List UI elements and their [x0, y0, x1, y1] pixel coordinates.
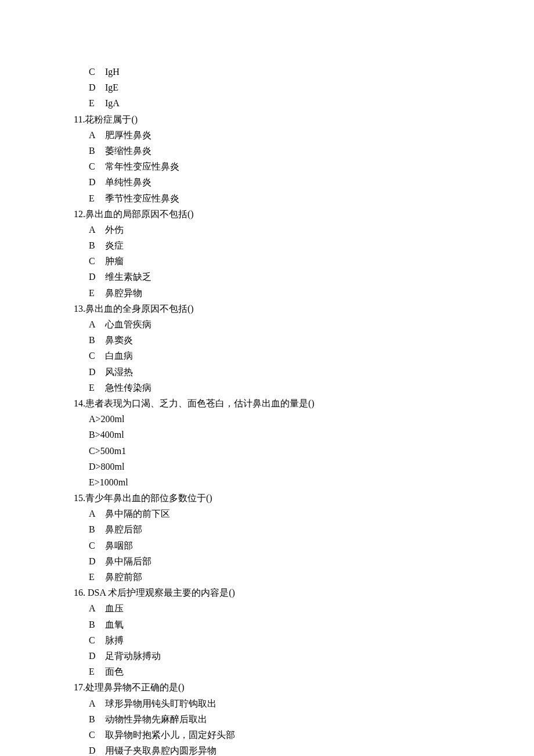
question-stem: 13.鼻出血的全身原因不包括() [74, 301, 534, 316]
option-letter: D [89, 364, 105, 380]
question-number: 13. [74, 304, 85, 314]
option-text: 面色 [105, 667, 124, 676]
option-letter: B [89, 143, 105, 159]
option-letter: B [89, 711, 105, 727]
document-page: CIgHDIgEEIgA 11.花粉症属于()A肥厚性鼻炎B萎缩性鼻炎C常年性变… [0, 0, 534, 756]
option-text: IgH [105, 67, 120, 77]
question-number: 15. [74, 493, 85, 503]
question-number: 16. [74, 588, 85, 597]
question-number: 14. [74, 398, 85, 408]
question-text: 鼻出血的局部原因不包括() [85, 209, 194, 219]
option-letter: A [89, 316, 105, 332]
option-letter: C [89, 64, 105, 80]
option-letter: C [89, 632, 105, 648]
option-row: C>500m1 [74, 443, 534, 459]
option-letter: D [89, 269, 105, 285]
option-text: 脉搏 [105, 635, 124, 645]
option-letter: C [89, 348, 105, 363]
option-text: 鼻腔后部 [105, 524, 142, 534]
option-letter: B [89, 332, 105, 348]
option-text: 急性传染病 [105, 383, 151, 393]
option-letter: E [89, 190, 105, 206]
option-row: D鼻中隔后部 [74, 553, 534, 569]
question-text: 处理鼻异物不正确的是() [85, 682, 185, 692]
option-row: B动物性异物先麻醉后取出 [74, 711, 534, 727]
option-text: 用镊子夹取鼻腔内圆形异物 [105, 746, 217, 755]
option-row: D足背动脉搏动 [74, 648, 534, 664]
option-row: EIgA [74, 95, 534, 111]
pre-options-block: CIgHDIgEEIgA [74, 64, 534, 111]
option-row: D用镊子夹取鼻腔内圆形异物 [74, 743, 534, 756]
option-text: A>200ml [89, 414, 124, 424]
option-letter: A [89, 696, 105, 711]
option-row: A血压 [74, 600, 534, 616]
option-row: E急性传染病 [74, 380, 534, 395]
question-number: 11. [74, 114, 85, 124]
option-text: 足背动脉搏动 [105, 651, 161, 661]
option-text: 肿瘤 [105, 256, 124, 266]
option-row: B鼻窦炎 [74, 332, 534, 348]
option-text: B>400ml [89, 430, 124, 440]
option-letter: E [89, 95, 105, 111]
option-letter: C [89, 159, 105, 174]
option-letter: E [89, 285, 105, 301]
option-text: 心血管疾病 [105, 319, 151, 329]
option-letter: E [89, 664, 105, 679]
question-number: 12. [74, 209, 85, 219]
option-text: 鼻中隔后部 [105, 556, 151, 566]
option-text: 球形异物用钝头盯聍钩取出 [105, 699, 217, 708]
option-text: 白血病 [105, 351, 133, 361]
option-row: E鼻腔前部 [74, 569, 534, 585]
option-text: IgE [105, 82, 118, 92]
option-text: 鼻腔前部 [105, 572, 142, 582]
option-text: 风湿热 [105, 367, 133, 377]
option-letter: A [89, 600, 105, 616]
option-text: 鼻窦炎 [105, 335, 133, 345]
option-text: 鼻咽部 [105, 541, 133, 550]
option-text: IgA [105, 98, 120, 108]
option-row: E>1000ml [74, 474, 534, 490]
option-letter: B [89, 237, 105, 253]
option-row: D维生素缺乏 [74, 269, 534, 285]
option-row: D风湿热 [74, 364, 534, 380]
option-text: 单纯性鼻炎 [105, 177, 151, 187]
option-text: D>800ml [89, 462, 124, 471]
option-text: 肥厚性鼻炎 [105, 130, 151, 140]
option-row: A心血管疾病 [74, 316, 534, 332]
question-text: 鼻出血的全身原因不包括() [85, 304, 194, 314]
option-row: B萎缩性鼻炎 [74, 143, 534, 159]
option-letter: E [89, 569, 105, 585]
option-text: 鼻腔异物 [105, 288, 142, 298]
question-text: 青少年鼻出血的部位多数位于() [85, 493, 212, 503]
option-row: E季节性变应性鼻炎 [74, 190, 534, 206]
option-letter: A [89, 506, 105, 521]
option-text: 炎症 [105, 240, 124, 250]
option-row: A鼻中隔的前下区 [74, 506, 534, 521]
option-text: 外伤 [105, 225, 124, 235]
option-letter: A [89, 222, 105, 237]
option-letter: D [89, 553, 105, 569]
question-stem: 15.青少年鼻出血的部位多数位于() [74, 490, 534, 506]
option-text: 维生素缺乏 [105, 272, 151, 282]
option-row: DIgE [74, 80, 534, 95]
option-letter: E [89, 380, 105, 395]
option-row: E鼻腔异物 [74, 285, 534, 301]
option-text: 鼻中隔的前下区 [105, 509, 170, 519]
option-row: E面色 [74, 664, 534, 679]
question-text: 患者表现为口渴、乏力、面色苍白，估计鼻出血的量是() [85, 398, 315, 408]
question-stem: 16. DSA 术后护理观察最主要的内容是() [74, 585, 534, 600]
option-row: D>800ml [74, 459, 534, 474]
question-text: 花粉症属于() [85, 114, 138, 124]
option-row: B>400ml [74, 427, 534, 442]
option-text: 血压 [105, 603, 124, 613]
question-text: DSA 术后护理观察最主要的内容是() [85, 588, 235, 597]
option-text: 血氧 [105, 620, 124, 629]
option-row: B血氧 [74, 617, 534, 632]
option-text: 动物性异物先麻醉后取出 [105, 714, 207, 724]
option-letter: B [89, 617, 105, 632]
option-row: A球形异物用钝头盯聍钩取出 [74, 696, 534, 711]
question-stem: 12.鼻出血的局部原因不包括() [74, 206, 534, 222]
option-letter: D [89, 80, 105, 95]
option-letter: B [89, 521, 105, 537]
option-letter: A [89, 127, 105, 143]
